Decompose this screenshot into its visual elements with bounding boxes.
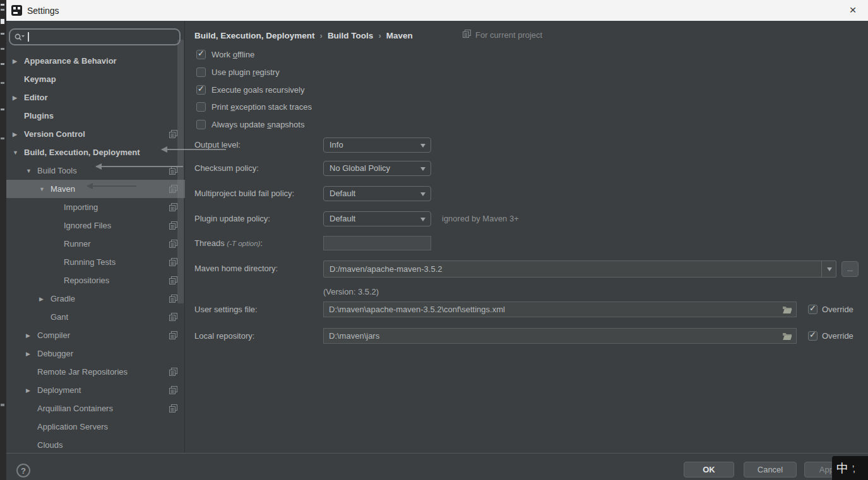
sidebar-item-remote-jar-repositories[interactable]: Remote Jar Repositories — [6, 363, 185, 381]
checkbox-box[interactable] — [196, 102, 206, 112]
sidebar-item-plugins[interactable]: Plugins — [6, 107, 185, 125]
sidebar-item-arquillian-containers[interactable]: Arquillian Containers — [6, 399, 185, 418]
text-caret — [28, 32, 29, 42]
plugin-update-policy-select[interactable]: Default — [323, 211, 431, 226]
sidebar-item-label: Repositories — [64, 276, 109, 285]
sidebar-item-clouds[interactable]: Clouds — [6, 436, 185, 454]
multiproject-fail-policy-select[interactable]: Default — [323, 186, 431, 201]
sidebar-item-compiler[interactable]: ▶Compiler — [6, 326, 185, 344]
tree-toggle-icon[interactable]: ▶ — [26, 351, 37, 357]
sidebar-item-label: Build Tools — [37, 166, 77, 175]
tree-toggle-icon[interactable]: ▼ — [26, 168, 37, 174]
sidebar-item-ignored-files[interactable]: Ignored Files — [6, 216, 185, 235]
checkbox-label: Work offline — [211, 50, 254, 59]
sidebar-item-label: Clouds — [37, 440, 62, 450]
sidebar-item-label: Appearance & Behavior — [24, 56, 117, 66]
sidebar-item-maven[interactable]: ▼Maven — [6, 180, 185, 198]
ok-button[interactable]: OK — [684, 462, 734, 477]
chevron-down-icon — [420, 218, 425, 221]
maven-version-note: (Version: 3.5.2) — [323, 286, 379, 298]
sidebar-item-build-execution-deployment[interactable]: ▼Build, Execution, Deployment — [6, 143, 185, 161]
project-badge-icon — [169, 404, 177, 414]
breadcrumb-item[interactable]: Maven — [386, 31, 413, 40]
sidebar-item-label: Gradle — [51, 294, 75, 303]
output-level-select[interactable]: Info — [323, 138, 431, 153]
sidebar-item-appearance-behavior[interactable]: ▶Appearance & Behavior — [6, 52, 185, 70]
cancel-button[interactable]: Cancel — [744, 462, 797, 477]
help-button[interactable]: ? — [16, 464, 30, 477]
tree-toggle-icon[interactable]: ▶ — [13, 58, 24, 64]
ime-indicator[interactable]: 中 ’, — [832, 456, 868, 480]
titlebar: Settings × — [6, 0, 868, 21]
local-repository-override-checkbox[interactable]: ✓ — [808, 331, 817, 341]
sidebar-item-label: Remote Jar Repositories — [37, 367, 128, 377]
project-badge-icon — [169, 221, 177, 231]
local-repository-input[interactable]: D:\maven\jars — [323, 328, 797, 344]
maven-home-browse-button[interactable]: ... — [841, 261, 859, 277]
checkbox-box[interactable] — [196, 120, 206, 129]
threads-input[interactable] — [323, 236, 431, 250]
checkbox-box[interactable]: ✓ — [196, 85, 206, 95]
dialog-footer: ? OK Cancel Apply 中 ’, — [6, 453, 868, 480]
project-badge-icon — [169, 331, 177, 341]
user-settings-override-checkbox[interactable]: ✓ — [808, 305, 817, 314]
user-settings-input[interactable]: D:\maven\apache-maven-3.5.2\conf\setting… — [323, 301, 797, 317]
screen: Settings × ▶Appearance & BehaviorKeymap▶… — [0, 0, 868, 480]
override-label: Override — [822, 301, 853, 317]
sidebar-item-deployment[interactable]: ▶Deployment — [6, 381, 185, 399]
checkbox-label: Print exception stack traces — [211, 102, 312, 112]
tree-toggle-icon[interactable]: ▼ — [39, 186, 51, 192]
folder-icon[interactable] — [782, 305, 792, 317]
sidebar-item-label: Runner — [64, 239, 91, 249]
sidebar-item-gant[interactable]: Gant — [6, 308, 185, 326]
checkbox-box[interactable] — [196, 67, 206, 77]
checkbox-label: Always update snapshots — [211, 120, 304, 129]
checkbox-execute-goals-recursively[interactable]: ✓Execute goals recursively — [196, 81, 304, 98]
checkbox-print-exception-stack-traces[interactable]: Print exception stack traces — [196, 98, 312, 115]
output-level-label: Output level: — [194, 137, 241, 153]
tree-toggle-icon[interactable]: ▶ — [13, 95, 24, 101]
checksum-policy-select[interactable]: No Global Policy — [323, 161, 431, 176]
close-icon[interactable]: × — [845, 3, 860, 18]
sidebar-item-label: Ignored Files — [64, 221, 111, 230]
sidebar-item-debugger[interactable]: ▶Debugger — [6, 344, 185, 363]
breadcrumb-item[interactable]: Build Tools — [328, 31, 374, 40]
background-text-fragment — [1, 108, 4, 110]
override-label: Override — [822, 328, 853, 344]
plugin-update-policy-note: ignored by Maven 3+ — [442, 211, 519, 227]
breadcrumb-item[interactable]: Build, Execution, Deployment — [194, 31, 315, 40]
tree-toggle-icon[interactable]: ▶ — [26, 387, 37, 394]
sidebar-scrollbar-thumb[interactable] — [177, 40, 184, 303]
folder-icon[interactable] — [782, 332, 792, 343]
tree-toggle-icon[interactable]: ▶ — [39, 296, 51, 302]
plugin-update-policy-label: Plugin update policy: — [194, 211, 270, 227]
background-text-fragment — [1, 33, 4, 35]
sidebar-item-gradle[interactable]: ▶Gradle — [6, 290, 185, 308]
sidebar-item-importing[interactable]: Importing — [6, 198, 185, 216]
tree-toggle-icon[interactable]: ▶ — [13, 131, 24, 138]
sidebar-item-label: Deployment — [37, 385, 81, 395]
checkbox-box[interactable]: ✓ — [196, 50, 206, 59]
sidebar-item-version-control[interactable]: ▶Version Control — [6, 125, 185, 143]
sidebar-item-runner[interactable]: Runner — [6, 235, 185, 253]
maven-home-dropdown-button[interactable] — [821, 261, 836, 277]
sidebar-item-repositories[interactable]: Repositories — [6, 271, 185, 290]
checkbox-work-offline[interactable]: ✓Work offline — [196, 45, 254, 63]
sidebar-item-application-servers[interactable]: Application Servers — [6, 418, 185, 436]
breadcrumb: Build, Execution, Deployment › Build Too… — [194, 29, 413, 42]
sidebar-item-running-tests[interactable]: Running Tests — [6, 253, 185, 271]
background-text-fragment — [1, 63, 4, 65]
tree-toggle-icon[interactable]: ▼ — [13, 149, 24, 156]
annotation-arrow — [87, 185, 136, 187]
sidebar-item-keymap[interactable]: Keymap — [6, 70, 185, 88]
maven-home-combobox[interactable]: D:/maven/apache-maven-3.5.2 — [323, 260, 836, 278]
tree-toggle-icon[interactable]: ▶ — [26, 332, 37, 339]
checkbox-use-plugin-registry[interactable]: Use plugin registry — [196, 63, 280, 81]
checkbox-always-update-snapshots[interactable]: Always update snapshots — [196, 115, 304, 133]
search-input[interactable] — [9, 28, 181, 45]
sidebar-item-label: Compiler — [37, 331, 70, 340]
sidebar-item-label: Arquillian Containers — [37, 404, 113, 413]
sidebar-item-editor[interactable]: ▶Editor — [6, 88, 185, 107]
project-badge-icon — [463, 29, 471, 40]
background-text-fragment — [1, 48, 4, 50]
